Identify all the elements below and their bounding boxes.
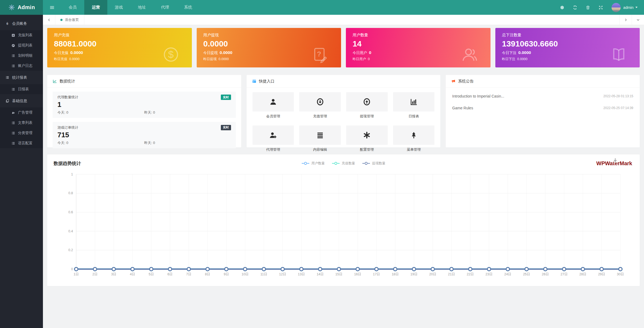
svg-text:25日: 25日	[523, 273, 530, 276]
legend-marker-icon	[302, 162, 310, 165]
quick-entry-3[interactable]: 提现管理	[346, 92, 388, 119]
svg-text:B: B	[6, 22, 8, 25]
svg-text:10日: 10日	[241, 273, 248, 276]
announcement-panel: 系统公告 Introduction to Imperial Casin...20…	[446, 75, 640, 147]
tabs-scroll-right-button[interactable]	[619, 15, 632, 25]
hamburger-icon	[49, 5, 55, 10]
svg-text:27日: 27日	[561, 273, 568, 276]
sidebar-item-7[interactable]: 日报表	[0, 84, 43, 94]
stat-box-yesterday: 昨天: 0	[144, 140, 231, 145]
svg-text:0.4: 0.4	[68, 229, 73, 233]
announcement-item-2[interactable]: Game Rules2022-05-25 07:14:39	[452, 102, 633, 114]
svg-text:9日: 9日	[224, 273, 229, 276]
panels-row: 数据统计 代理数量统计实时1今天: 0昨天: 0游戏订单统计实时715今天: 0…	[47, 75, 640, 147]
list-icon	[5, 75, 9, 80]
tabs-menu-button[interactable]	[632, 15, 644, 25]
svg-text:18日: 18日	[392, 273, 399, 276]
legend-item-2[interactable]: 充值数量	[332, 161, 355, 166]
book-icon	[610, 46, 627, 63]
legend-item-3[interactable]: 提现数量	[362, 161, 386, 166]
sidebar-item-4[interactable]: 划转明细	[0, 51, 43, 61]
menu-item-1[interactable]: 会员	[61, 0, 84, 15]
stat-box-sub: 今天: 0昨天: 0	[57, 140, 231, 145]
svg-text:5日: 5日	[149, 273, 154, 276]
sidebar-item-8[interactable]: 基础信息	[0, 94, 43, 107]
menu-item-label: 运营	[92, 5, 100, 10]
stat-box-today: 今天: 0	[57, 110, 144, 115]
user-plus-icon	[269, 131, 277, 139]
avatar[interactable]	[612, 3, 621, 12]
bullhorn-icon	[451, 79, 456, 84]
menu-item-5[interactable]: 代理	[153, 0, 177, 15]
list-icon	[11, 54, 15, 58]
quick-entry-7[interactable]: 配置管理	[346, 125, 388, 152]
stat-box-sub: 今天: 0昨天: 0	[57, 110, 231, 115]
menu-item-3[interactable]: 游戏	[107, 0, 130, 15]
theme-button[interactable]	[556, 0, 569, 15]
bar-chart-icon	[410, 98, 418, 106]
menu-item-2[interactable]: 运营	[84, 0, 107, 15]
sidebar-item-label: 分类管理	[18, 131, 32, 135]
sidebar-item-label: 充值列表	[18, 33, 32, 38]
trend-line-chart: 00.20.40.60.811日2日3日4日5日6日7日8日9日10日11日12…	[54, 171, 633, 283]
quick-entry-5[interactable]: 代理管理	[253, 125, 294, 152]
svg-text:13日: 13日	[298, 273, 305, 276]
quick-entry-1[interactable]: 会员管理	[253, 92, 294, 119]
tree-icon	[410, 131, 418, 139]
tab-home[interactable]: 后台首页	[55, 15, 84, 25]
user-icon	[269, 98, 277, 106]
sidebar-item-label: 文章列表	[18, 120, 32, 125]
svg-text:19日: 19日	[411, 273, 418, 276]
sidebar-item-5[interactable]: 账户日志	[0, 61, 43, 71]
quick-entry-8[interactable]: 菜单管理	[393, 125, 435, 152]
svg-text:$: $	[168, 49, 174, 60]
trend-chart-panel: 数据趋势统计 用户数量充值数量提现数量 WPWaterMark 00.20.40…	[47, 154, 640, 286]
legend-marker-icon	[362, 162, 370, 165]
sidebar-item-9[interactable]: 广告管理	[0, 107, 43, 118]
tabs-scroll-left-button[interactable]	[43, 15, 55, 25]
tab-bar: 后台首页	[43, 15, 644, 25]
quick-entry-2[interactable]: 充值管理	[299, 92, 341, 119]
withdraw-icon	[11, 44, 15, 48]
dollar-circle-icon: $	[162, 46, 180, 63]
username[interactable]: admin	[623, 5, 634, 10]
menu-item-6[interactable]: 系统	[177, 0, 200, 15]
sidebar-item-3[interactable]: 提现列表	[0, 40, 43, 51]
legend-item-1[interactable]: 用户数量	[302, 161, 325, 166]
quick-entry-label: 配置管理	[346, 147, 388, 152]
chart-header: 数据趋势统计 用户数量充值数量提现数量 WPWaterMark	[54, 159, 633, 167]
quick-entry-icon-box	[299, 92, 341, 111]
sidebar-item-1[interactable]: B会员账务	[0, 17, 43, 30]
quick-entry-label: 菜单管理	[393, 147, 435, 152]
sidebar-item-6[interactable]: 统计报表	[0, 71, 43, 84]
quick-entry-6[interactable]: 内容编辑	[299, 125, 341, 152]
sidebar-item-12[interactable]: 语言配置	[0, 138, 43, 148]
sidebar-item-11[interactable]: 分类管理	[0, 128, 43, 138]
menu-item-label: 系统	[184, 5, 192, 10]
quick-entry-icon-box	[253, 125, 294, 145]
menu-item-label: 游戏	[115, 5, 123, 10]
sidebar-item-2[interactable]: 充值列表	[0, 30, 43, 40]
sidebar-item-10[interactable]: 文章列表	[0, 118, 43, 128]
trash-button[interactable]	[581, 0, 594, 15]
fullscreen-button[interactable]	[594, 0, 607, 15]
menu-item-4[interactable]: 地址	[130, 0, 153, 15]
svg-text:11日: 11日	[261, 273, 267, 276]
active-tab-dot	[60, 19, 63, 21]
sidebar-item-label: 提现列表	[18, 43, 32, 48]
brand-logo[interactable]: Admin	[0, 0, 43, 15]
svg-text:14日: 14日	[317, 273, 324, 276]
quick-entry-icon-box	[393, 92, 435, 111]
quick-entry-4[interactable]: 日报表	[393, 92, 435, 119]
stat-card-yesterday-label: 昨日下注	[502, 57, 515, 61]
stat-card-yesterday-label: 昨日提现	[203, 57, 217, 61]
caret-down-icon	[635, 7, 638, 8]
sidebar-toggle-button[interactable]	[43, 0, 61, 15]
sidebar-item-label: 基础信息	[12, 99, 27, 103]
bitcoin-icon: B	[5, 21, 9, 26]
stat-card-yesterday-value: 0.0000	[219, 57, 229, 61]
refresh-button[interactable]	[569, 0, 581, 15]
announcement-item-1[interactable]: Introduction to Imperial Casin...2022-05…	[452, 90, 633, 102]
svg-text:6日: 6日	[167, 273, 173, 276]
quick-entry-grid: 会员管理充值管理提现管理日报表代理管理内容编辑配置管理菜单管理	[247, 88, 441, 157]
